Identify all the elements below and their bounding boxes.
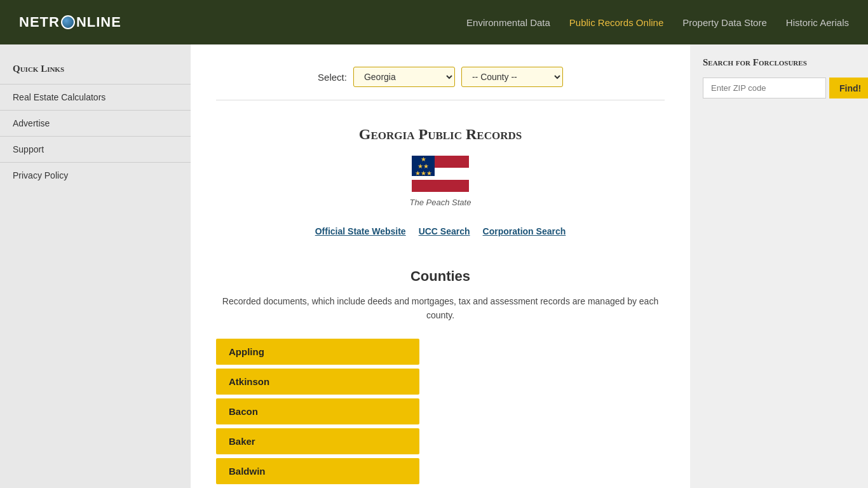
foreclosure-form: Find! xyxy=(703,78,855,98)
corporation-search-link[interactable]: Corporation Search xyxy=(483,226,566,236)
counties-list: Appling Atkinson Bacon Baker Baldwin xyxy=(216,339,419,484)
nav-item-environmental[interactable]: Environmental Data xyxy=(466,17,550,28)
select-label: Select: xyxy=(318,72,347,83)
zip-input[interactable] xyxy=(703,78,826,98)
content-wrapper: Quick Links Real Estate Calculators Adve… xyxy=(0,44,868,488)
sidebar-link-privacy[interactable]: Privacy Policy xyxy=(0,162,191,188)
state-title: Georgia Public Records xyxy=(216,126,665,143)
county-item-atkinson[interactable]: Atkinson xyxy=(216,369,419,395)
main-nav: Environmental Data Public Records Online… xyxy=(466,17,849,28)
state-nickname: The Peach State xyxy=(216,198,665,207)
county-item-appling[interactable]: Appling xyxy=(216,339,419,365)
sidebar-link-support[interactable]: Support xyxy=(0,136,191,162)
counties-description: Recorded documents, which include deeds … xyxy=(216,294,665,323)
nav-item-property-data[interactable]: Property Data Store xyxy=(682,17,767,28)
counties-section: Counties Recorded documents, which inclu… xyxy=(216,268,665,484)
sidebar-link-calculators[interactable]: Real Estate Calculators xyxy=(0,84,191,110)
foreclosure-title: Search for Forclosures xyxy=(703,57,855,68)
state-flag: ★★★★★★ xyxy=(412,156,469,193)
sidebar-link-advertise[interactable]: Advertise xyxy=(0,110,191,136)
flag-seal: ★★★★★★ xyxy=(415,156,432,177)
state-links: Official State Website UCC Search Corpor… xyxy=(216,220,665,236)
county-item-bacon[interactable]: Bacon xyxy=(216,398,419,424)
official-state-link[interactable]: Official State Website xyxy=(315,226,406,236)
county-item-baker[interactable]: Baker xyxy=(216,428,419,454)
logo-text-start: NETR xyxy=(19,14,60,30)
counties-title: Counties xyxy=(216,268,665,285)
left-sidebar: Quick Links Real Estate Calculators Adve… xyxy=(0,44,191,488)
logo-text-end: NLINE xyxy=(76,14,121,30)
nav-item-historic-aerials[interactable]: Historic Aerials xyxy=(786,17,849,28)
globe-icon xyxy=(61,15,75,29)
header: NETRNLINE Environmental Data Public Reco… xyxy=(0,0,868,44)
flag-canton: ★★★★★★ xyxy=(412,156,435,176)
nav-item-public-records[interactable]: Public Records Online xyxy=(569,17,663,28)
flag-stripe-bottom xyxy=(412,180,469,192)
ucc-search-link[interactable]: UCC Search xyxy=(419,226,470,236)
county-select[interactable]: -- County -- xyxy=(461,67,563,87)
state-info: Georgia Public Records ★★★★★★ The Peach … xyxy=(216,113,665,249)
quick-links-title: Quick Links xyxy=(0,57,191,84)
select-bar: Select: Georgia -- County -- xyxy=(216,57,665,100)
state-select[interactable]: Georgia xyxy=(353,67,455,87)
logo[interactable]: NETRNLINE xyxy=(19,14,121,30)
right-sidebar: Search for Forclosures Find! xyxy=(690,44,868,488)
county-item-baldwin[interactable]: Baldwin xyxy=(216,458,419,484)
find-button[interactable]: Find! xyxy=(829,78,868,98)
main-content: Select: Georgia -- County -- Georgia Pub… xyxy=(191,44,690,488)
